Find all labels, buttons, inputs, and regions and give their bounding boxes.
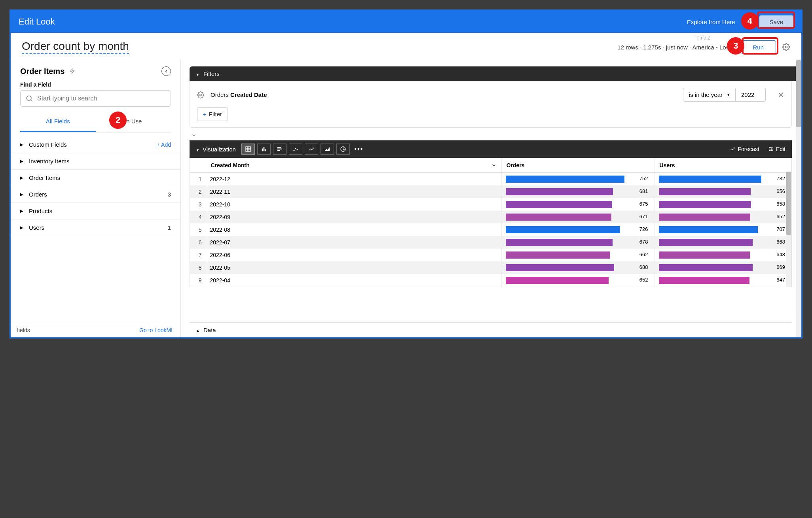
- col-created-month[interactable]: Created Month: [206, 158, 501, 173]
- table-row[interactable]: 72022-06662648: [190, 249, 791, 261]
- bolt-icon[interactable]: [69, 68, 75, 75]
- go-to-lookml-link[interactable]: Go to LookML: [139, 327, 174, 333]
- viz-line-icon[interactable]: [305, 144, 318, 155]
- svg-rect-13: [277, 149, 282, 149]
- chevron-down-icon: ▾: [727, 92, 730, 97]
- add-custom-field-link[interactable]: + Add: [157, 142, 171, 148]
- field-list: ▶Custom Fields+ Add▶Inventory Items▶Orde…: [11, 136, 180, 323]
- table-row[interactable]: 42022-09671652: [190, 211, 791, 223]
- query-meta: 12 rows · 1.275s · just now · America - …: [617, 44, 734, 51]
- cell-orders: 688: [501, 261, 655, 274]
- look-title-input[interactable]: Order count by month: [22, 40, 129, 54]
- filter-year-input[interactable]: [736, 88, 766, 102]
- filters-header[interactable]: Filters: [190, 66, 799, 81]
- filter-field-bold: Created Date: [230, 91, 267, 98]
- tab-in-use[interactable]: In Use: [96, 112, 171, 132]
- visualization-table: Created Month Orders Users 12022-1275273…: [190, 158, 792, 287]
- viz-scatter-icon[interactable]: [289, 144, 302, 155]
- cell-users: 658: [655, 198, 791, 211]
- cell-users: 669: [655, 261, 791, 274]
- remove-filter-icon[interactable]: ✕: [778, 90, 784, 100]
- tab-all-fields[interactable]: All Fields: [20, 112, 96, 132]
- table-row[interactable]: 52022-08726707: [190, 223, 791, 236]
- table-row[interactable]: 92022-04652647: [190, 274, 791, 287]
- cell-orders: 681: [501, 185, 655, 198]
- data-section-header[interactable]: Data: [190, 322, 792, 337]
- svg-point-16: [295, 148, 296, 149]
- cell-month: 2022-12: [206, 173, 501, 186]
- field-search[interactable]: [20, 90, 171, 107]
- field-group-custom-fields[interactable]: ▶Custom Fields+ Add: [11, 136, 180, 153]
- table-row[interactable]: 62022-07678668: [190, 236, 791, 249]
- cell-month: 2022-10: [206, 198, 501, 211]
- viz-pie-icon[interactable]: [336, 144, 350, 155]
- table-row[interactable]: 82022-05688669: [190, 261, 791, 274]
- caret-right-icon: ▶: [20, 192, 23, 197]
- field-group-label: Custom Fields: [29, 141, 67, 148]
- caret-down-icon: [196, 146, 199, 153]
- svg-point-3: [200, 94, 202, 96]
- cell-users: 707: [655, 223, 791, 236]
- annotation-badge-2: 2: [109, 112, 127, 129]
- cell-users: 652: [655, 211, 791, 223]
- footer-fields-label: fields: [17, 327, 30, 333]
- scrollbar-thumb[interactable]: [796, 60, 801, 127]
- visualization-toolbar: Visualization ••• Forecast E: [190, 140, 792, 158]
- collapse-handle-icon[interactable]: [191, 132, 799, 138]
- field-group-count: 3: [168, 191, 171, 198]
- table-row[interactable]: 12022-12752732: [190, 173, 791, 186]
- run-button[interactable]: Run: [740, 40, 776, 54]
- cell-users: 732: [655, 173, 791, 186]
- field-group-orders[interactable]: ▶Orders3: [11, 186, 180, 203]
- find-field-label: Find a Field: [20, 81, 171, 88]
- svg-rect-12: [277, 147, 281, 148]
- field-group-inventory-items[interactable]: ▶Inventory Items: [11, 153, 180, 170]
- cell-month: 2022-04: [206, 274, 501, 287]
- filters-panel: Orders Created Date is in the year ▾ ✕ +: [190, 81, 792, 128]
- add-filter-button[interactable]: + Filter: [197, 107, 228, 121]
- main-panel: Filters Orders Created Date is in the ye…: [181, 59, 801, 337]
- viz-table-icon[interactable]: [241, 144, 255, 155]
- viz-more-icon[interactable]: •••: [352, 144, 366, 155]
- caret-right-icon: ▶: [20, 159, 23, 163]
- collapse-sidebar-icon[interactable]: [161, 66, 171, 76]
- visualization-header[interactable]: Visualization: [196, 146, 236, 153]
- caret-right-icon: ▶: [20, 209, 23, 213]
- cell-orders: 726: [501, 223, 655, 236]
- row-number: 5: [190, 223, 206, 236]
- field-group-products[interactable]: ▶Products: [11, 203, 180, 219]
- save-button[interactable]: Save: [759, 15, 793, 28]
- search-icon: [25, 95, 33, 102]
- forecast-label: Forecast: [738, 146, 759, 152]
- field-group-order-items[interactable]: ▶Order Items: [11, 170, 180, 186]
- row-number: 8: [190, 261, 206, 274]
- viz-edit-label: Edit: [776, 146, 785, 152]
- viz-column-icon[interactable]: [257, 144, 271, 155]
- field-search-input[interactable]: [37, 95, 166, 102]
- col-orders[interactable]: Orders: [501, 158, 655, 173]
- viz-area-icon[interactable]: [321, 144, 334, 155]
- forecast-button[interactable]: Forecast: [730, 146, 759, 152]
- svg-point-24: [771, 149, 772, 149]
- data-section-label: Data: [203, 327, 216, 333]
- filter-gear-icon[interactable]: [197, 91, 204, 98]
- viz-edit-button[interactable]: Edit: [768, 146, 785, 152]
- caret-right-icon: [197, 327, 199, 333]
- cell-users: 668: [655, 236, 791, 249]
- gear-icon[interactable]: [782, 43, 790, 51]
- table-row[interactable]: 22022-11681656: [190, 185, 791, 198]
- filter-field-name: Orders Created Date: [211, 91, 267, 98]
- field-group-users[interactable]: ▶Users1: [11, 219, 180, 236]
- svg-rect-14: [277, 150, 280, 151]
- explore-from-here-link[interactable]: Explore from Here: [687, 19, 735, 25]
- svg-rect-4: [246, 147, 250, 151]
- scrollbar-main[interactable]: [796, 59, 801, 337]
- explore-name: Order Items: [20, 66, 171, 76]
- svg-point-19: [734, 147, 735, 148]
- row-number: 1: [190, 173, 206, 186]
- viz-bar-icon[interactable]: [273, 144, 286, 155]
- table-row[interactable]: 32022-10675658: [190, 198, 791, 211]
- col-users[interactable]: Users: [655, 158, 791, 173]
- filter-operator-select[interactable]: is in the year ▾: [683, 88, 736, 102]
- caret-right-icon: ▶: [20, 225, 23, 230]
